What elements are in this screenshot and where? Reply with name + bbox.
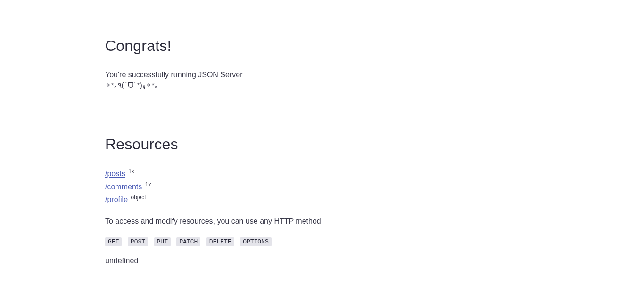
resource-link-comments[interactable]: /comments — [105, 183, 142, 191]
page-title-congrats: Congrats! — [105, 37, 539, 55]
http-methods-row: GET POST PUT PATCH DELETE OPTIONS — [105, 237, 539, 246]
resource-link-posts[interactable]: /posts — [105, 170, 125, 178]
resource-meta: 1x — [145, 181, 151, 188]
resource-row: /posts 1x — [105, 168, 539, 178]
resource-link-profile[interactable]: /profile — [105, 195, 128, 203]
undefined-text: undefined — [105, 257, 539, 265]
resource-row: /profile object — [105, 194, 539, 204]
method-badge-get: GET — [105, 237, 122, 246]
resource-description: To access and modify resources, you can … — [105, 217, 539, 226]
method-badge-patch: PATCH — [176, 237, 200, 246]
method-badge-options: OPTIONS — [240, 237, 272, 246]
section-title-resources: Resources — [105, 136, 539, 153]
resource-list: /posts 1x /comments 1x /profile object — [105, 168, 539, 204]
resource-meta: object — [131, 194, 146, 201]
resource-row: /comments 1x — [105, 181, 539, 191]
page-content: Congrats! You're successfully running JS… — [96, 37, 548, 300]
page-viewport[interactable]: Congrats! You're successfully running JS… — [0, 0, 644, 300]
intro-text-emoticon: ✧*｡٩(ˊᗜˋ*)و✧*｡ — [105, 81, 539, 89]
method-badge-post: POST — [128, 237, 148, 246]
resource-meta: 1x — [128, 168, 134, 175]
intro-text-line1: You're successfully running JSON Server — [105, 70, 539, 80]
method-badge-put: PUT — [154, 237, 171, 246]
method-badge-delete: DELETE — [206, 237, 234, 246]
